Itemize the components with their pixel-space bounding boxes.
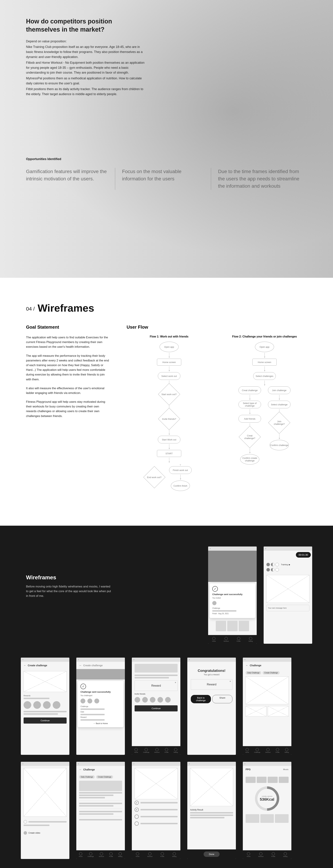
done-button: Done [204, 851, 220, 857]
mock-challenge-list: ←Challenge Daily Challenge Create Challe… [76, 762, 125, 859]
userflow-title: User Flow [127, 324, 307, 330]
goal-p2b: It also will measure the effectiveness o… [26, 386, 109, 395]
flow-node-join-challenge: Join challenge [268, 386, 291, 394]
reward-box: × Reward [135, 681, 177, 691]
flow-node-join-q: Join challenge? [268, 412, 290, 434]
back-home-link: ← Back to Home [80, 722, 121, 724]
mock-challenge-daily: ←Challenge Daily Challenge Create Challe… [243, 658, 291, 755]
flow-node-select-challenges: Select challenges [253, 372, 276, 380]
mock-create-video: Create video [21, 762, 69, 859]
goal-p3: Fitness Playground app will help users s… [26, 399, 109, 418]
mock-congratulations: Congratulations! You got a reward ×Rewar… [187, 658, 236, 755]
flow-node-confirm-finish: Confirm finish [171, 480, 190, 491]
flow-node-invite-q: Invite friends? [158, 408, 180, 430]
wireframes-white-section: 04 / Wireframes Goal Statement The appli… [0, 278, 333, 526]
flow-node-create-challenge: Creat challenge [238, 386, 261, 394]
wf-dark-para: Before moving onto high fidelity wirefra… [26, 584, 113, 598]
mock-activity-result: Activity Result Done [187, 762, 236, 859]
moon-phases-icon: Training ▶ [266, 563, 309, 566]
competitors-intro: Depend on value proposition: [26, 39, 147, 44]
flow-1: Flow 1: Work out with friends Open app H… [127, 335, 211, 491]
mock-create-challenge-1: ←Create challenge Rewards Continue [21, 658, 69, 755]
flow-node-finish: Finish work out [169, 466, 192, 474]
competitors-p3: MytnessPal positions them as a methodica… [26, 76, 147, 86]
flow-node-open-app: Open app [160, 342, 179, 352]
opportunities-row: Gamification features will improve the i… [26, 168, 307, 190]
goal-column: Goal Statement The application will help… [26, 324, 109, 491]
mock-checklist: ✓ ✓ Home Workout Profile Setting [132, 762, 180, 859]
competitors-p4: Fitbit positions them as its daily activ… [26, 87, 147, 97]
flow-node-home: Home screen [252, 359, 277, 366]
flow-node-select-type: Select type of challenge [238, 401, 261, 408]
flow-node-end-q: End work out? [143, 466, 165, 488]
flow-node-add-friends: Add friends [238, 415, 261, 423]
flow-node-confirm-challenge: Confirm challenge [270, 440, 289, 450]
flow1-label: Flow 1: Work out with friends [127, 335, 211, 338]
opportunity-1: Gamification features will improve the i… [26, 168, 115, 190]
calorie-value: 536Kcal [260, 797, 274, 802]
continue-button: Continue [135, 705, 177, 711]
goal-p2: The app will measure the performance by … [26, 353, 109, 382]
flow-node-start-workout: Start Work out [158, 436, 180, 443]
wf-dark-title: Wireframes [26, 574, 113, 581]
mock-reward-invite: × Reward Invite friends Continue Home Ch… [132, 658, 180, 755]
bottom-navbar: Home Workout Profile Setting [208, 635, 257, 644]
mock-fpg-calories: FPGMusic Activity calories 536Kcal Home [243, 762, 291, 859]
mock-row-2: ←Create challenge Rewards Continue ←Crea… [21, 658, 312, 755]
competitors-p1: Nike Training Club proposition itself as… [26, 44, 147, 59]
timer-badge: 00:01:30 [296, 552, 311, 558]
congrats-sub: You got a reward [191, 673, 232, 676]
section-title: Wireframes [38, 302, 94, 314]
flow-node-home: Home screen [157, 359, 181, 366]
flow-node-open-app: Open app [255, 342, 274, 352]
opportunities-label: Opportunities Identified [26, 157, 147, 161]
mock-timer-training: 00:01:30 Training ▶ Your own message her… [264, 547, 312, 644]
check-icon: ✓ [135, 801, 139, 805]
wireframes-dark-section: Wireframes Before moving onto high fidel… [0, 526, 333, 868]
flow-2: Flow 2: Challenge your friends or join c… [222, 335, 307, 491]
check-icon [80, 684, 86, 689]
back-to-challenge-button: Back to challenge [191, 695, 211, 703]
congrats-title: Congratulations! [191, 669, 232, 673]
flow-node-create-q: Creat challenge? [239, 426, 261, 448]
check-icon [212, 586, 218, 592]
flow-node-start: START [157, 450, 181, 457]
close-icon: × [175, 681, 176, 684]
progress-ring-icon: Activity calories 536Kcal [250, 781, 284, 816]
continue-button: Continue [24, 717, 67, 723]
flow-node-confirm-create: Confirm create challenge [240, 454, 259, 465]
mock-challenge-sent: Challenge sent successfully You invited … [208, 547, 257, 644]
userflow-column: User Flow Flow 1: Work out with friends … [127, 324, 307, 491]
back-arrow-icon: ← [24, 664, 26, 667]
opportunity-2: Focus on the most valuable information f… [115, 168, 211, 190]
mock-row-3: Create video ←Challenge Daily Challenge … [21, 762, 312, 859]
competitors-section: How do competitors position themselves i… [0, 0, 333, 278]
section-number: 04 / [26, 306, 35, 312]
modal-title: Challenge sent successfully [212, 593, 253, 596]
flow-node-select-challenge: Select challenge [268, 401, 291, 408]
section-heading: 04 / Wireframes [26, 302, 307, 314]
goal-title: Goal Statement [26, 324, 109, 330]
share-button: Share [212, 695, 232, 703]
competitors-title: How do competitors position themselves i… [26, 18, 147, 34]
mock-create-challenge-2: ←Create challenge Challenge sent success… [76, 658, 125, 755]
competitors-p2: Fitbob and Home Workout - No Equipment b… [26, 60, 147, 75]
goal-p1: The application will help users to find … [26, 335, 109, 349]
flow-node-start-q: Start work out? [158, 383, 180, 405]
flow2-label: Flow 2: Challenge your friends or join c… [222, 335, 307, 338]
opportunity-3: Due to the time frames identified from t… [211, 168, 307, 190]
flow-node-select-workout: Select work out [158, 372, 180, 380]
